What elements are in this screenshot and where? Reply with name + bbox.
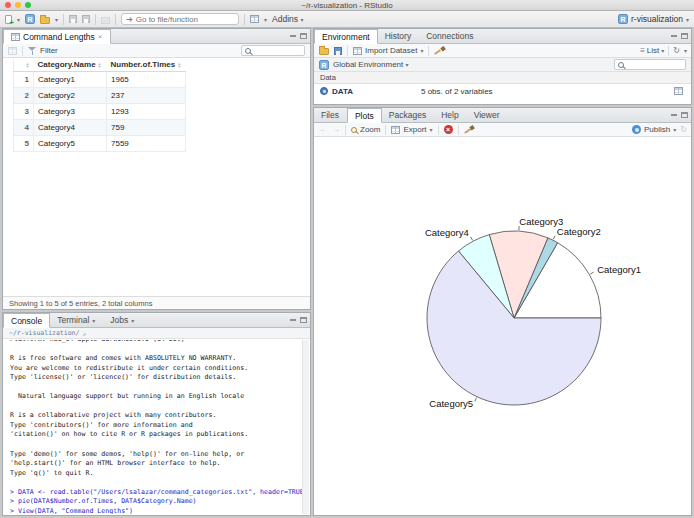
goto-directory-icon[interactable]: ⇗ <box>82 330 86 337</box>
plots-tabbar: Files Plots Packages Help Viewer <box>314 108 691 123</box>
cell-number-of-times: 1293 <box>107 103 186 119</box>
import-dataset-button[interactable]: Import Dataset ▾ <box>353 46 423 55</box>
minimize-pane-icon[interactable] <box>670 31 678 39</box>
toolbar-divider <box>458 125 459 135</box>
zoom-icon <box>351 127 357 133</box>
plots-pane: Files Plots Packages Help Viewer ← → Zoo… <box>313 107 692 516</box>
console-output-line <box>10 383 302 393</box>
table-row[interactable]: 2 Category2 237 <box>14 87 186 103</box>
tab-terminal[interactable]: Terminal▾ <box>50 313 103 327</box>
pane-layout-caret-icon[interactable]: ▾ <box>264 16 267 23</box>
publish-plot-button[interactable]: Publish ▾ <box>632 125 676 134</box>
refresh-plot-icon[interactable]: ↻ <box>680 125 687 134</box>
console-output-line <box>10 440 302 450</box>
new-file-caret-icon[interactable]: ▾ <box>17 16 20 23</box>
environment-entry-data[interactable]: DATA 5 obs. of 2 variables <box>314 84 691 98</box>
search-icon <box>618 62 624 68</box>
print-icon <box>101 17 110 24</box>
goto-file-box[interactable]: ➔ <box>121 13 239 25</box>
filter-button[interactable]: Filter <box>28 46 58 55</box>
environment-scope-selector[interactable]: Global Environment ▾ <box>333 60 409 69</box>
environment-search-input[interactable] <box>627 60 682 69</box>
list-view-button[interactable]: ≡ List ▾ <box>640 46 664 55</box>
save-all-icon <box>82 15 90 23</box>
zoom-plot-button[interactable]: Zoom <box>351 125 380 134</box>
tab-history[interactable]: History <box>378 29 419 43</box>
toolbar-divider <box>668 46 669 56</box>
console-output-line: Type 'contributors()' for more informati… <box>10 421 302 431</box>
clear-environment-icon[interactable] <box>434 46 444 56</box>
new-file-icon[interactable] <box>5 15 12 24</box>
project-menu-button[interactable]: R r-visualization ▾ <box>618 14 689 24</box>
column-header-number-of-times[interactable]: Number.of.Times▲▼ <box>107 59 186 71</box>
pie-label-category3: Category3 <box>519 216 563 227</box>
pane-layout-icon[interactable] <box>250 15 259 23</box>
working-directory-path[interactable]: ~/r-visualization/ <box>9 329 79 337</box>
tab-connections[interactable]: Connections <box>419 29 481 43</box>
console-output-line: R is a collaborative project with many c… <box>10 411 302 421</box>
cell-category-name: Category2 <box>34 87 107 103</box>
tab-plots[interactable]: Plots <box>347 108 382 123</box>
toolbar-divider <box>244 14 245 25</box>
tab-environment[interactable]: Environment <box>314 29 378 44</box>
maximize-pane-icon[interactable] <box>300 33 307 39</box>
console-output-line: Type 'q()' to quit R. <box>10 469 302 479</box>
tab-command-lengths[interactable]: Command Lengths × <box>3 29 111 44</box>
tab-console[interactable]: Console <box>3 313 50 328</box>
goto-arrow-icon: ➔ <box>126 15 133 24</box>
object-name: DATA <box>332 87 353 96</box>
save-workspace-icon[interactable] <box>334 47 342 55</box>
corner-header-cell[interactable]: ▲▼ <box>14 59 34 71</box>
tab-help[interactable]: Help <box>434 108 466 122</box>
open-file-icon[interactable] <box>40 17 50 24</box>
remove-plot-icon[interactable]: × <box>444 125 453 134</box>
clear-all-plots-icon[interactable] <box>464 125 474 135</box>
pie-label-category4: Category4 <box>425 227 469 238</box>
pie-label-tick <box>553 236 555 240</box>
minimize-pane-icon[interactable] <box>670 110 678 118</box>
addins-button[interactable]: Addins ▾ <box>272 14 303 24</box>
pie-chart: Category1Category2Category3Category4Cate… <box>315 138 692 518</box>
maximize-pane-icon[interactable] <box>681 112 688 118</box>
open-in-new-window-icon[interactable] <box>8 47 17 55</box>
table-header-row: ▲▼ Category.Name▲▼ Number.of.Times▲▼ <box>14 59 186 71</box>
close-tab-icon[interactable]: × <box>98 33 103 41</box>
viewer-status-bar: Showing 1 to 5 of 5 entries, 2 total col… <box>3 296 310 309</box>
maximize-pane-icon[interactable] <box>681 33 688 39</box>
previous-plot-icon: ← <box>319 125 327 134</box>
viewer-search-box[interactable] <box>241 45 305 56</box>
open-recent-caret-icon[interactable]: ▾ <box>55 16 58 23</box>
tab-jobs[interactable]: Jobs▾ <box>103 313 142 327</box>
minimize-pane-icon[interactable] <box>289 315 297 323</box>
row-number: 1 <box>14 71 34 87</box>
viewer-search-input[interactable] <box>254 46 301 55</box>
data-viewer-pane: Command Lengths × Filter ▲▼ Category.Nam… <box>2 28 311 310</box>
goto-file-input[interactable] <box>136 15 234 24</box>
load-workspace-icon[interactable] <box>319 48 329 55</box>
view-data-icon[interactable] <box>674 87 683 95</box>
console-output[interactable]: Platform: x86_64-apple-darwin15.6.0 (64-… <box>4 340 302 514</box>
object-description: 5 obs. of 2 variables <box>421 87 493 96</box>
new-project-icon[interactable]: R <box>25 14 35 24</box>
refresh-caret-icon[interactable]: ▾ <box>684 47 687 54</box>
cell-category-name: Category5 <box>34 135 107 151</box>
maximize-pane-icon[interactable] <box>300 317 307 323</box>
project-icon: R <box>618 14 628 24</box>
tab-viewer[interactable]: Viewer <box>467 108 508 122</box>
console-scrollbar[interactable] <box>302 340 309 514</box>
table-row[interactable]: 3 Category3 1293 <box>14 103 186 119</box>
save-icon <box>69 15 77 23</box>
minimize-pane-icon[interactable] <box>289 31 297 39</box>
pie-label-category1: Category1 <box>597 264 641 275</box>
row-number: 4 <box>14 119 34 135</box>
tab-files[interactable]: Files <box>314 108 347 122</box>
column-header-category-name[interactable]: Category.Name▲▼ <box>34 59 107 71</box>
environment-search-box[interactable] <box>614 59 686 70</box>
table-row[interactable]: 4 Category4 759 <box>14 119 186 135</box>
refresh-icon[interactable]: ↻ <box>673 46 680 55</box>
table-row[interactable]: 5 Category5 7559 <box>14 135 186 151</box>
main-toolbar: ▾ R ▾ ➔ ▾ Addins ▾ R r-visualization ▾ <box>0 11 694 28</box>
table-row[interactable]: 1 Category1 1965 <box>14 71 186 87</box>
export-plot-button[interactable]: Export ▾ <box>391 125 432 134</box>
tab-packages[interactable]: Packages <box>382 108 434 122</box>
